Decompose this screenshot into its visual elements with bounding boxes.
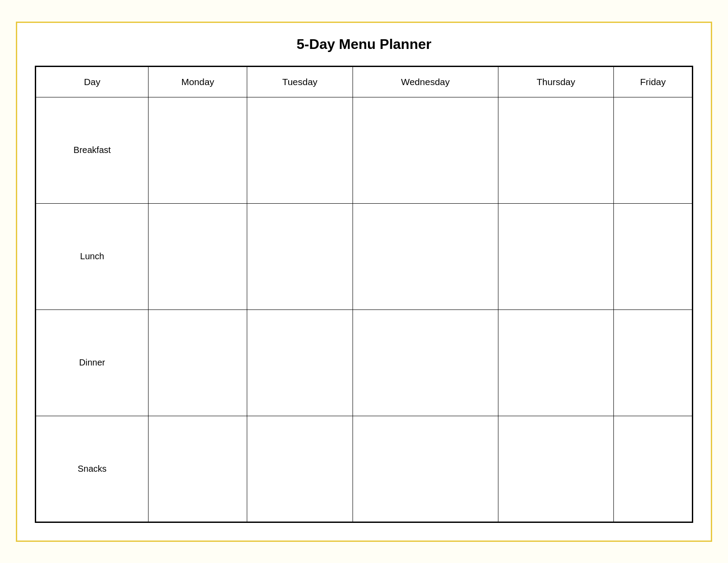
meal-cell[interactable] xyxy=(149,309,247,416)
header-cell-monday: Monday xyxy=(149,66,247,97)
header-cell-day: Day xyxy=(36,66,149,97)
table-row: Snacks xyxy=(36,416,693,522)
meal-label-lunch: Lunch xyxy=(36,203,149,309)
page-container: 5-Day Menu Planner DayMondayTuesdayWedne… xyxy=(16,22,712,542)
meal-cell[interactable] xyxy=(614,203,693,309)
table-row: Breakfast xyxy=(36,97,693,203)
meal-cell[interactable] xyxy=(247,309,353,416)
meal-cell[interactable] xyxy=(149,97,247,203)
meal-cell[interactable] xyxy=(353,416,498,522)
meal-cell[interactable] xyxy=(614,309,693,416)
meal-cell[interactable] xyxy=(247,97,353,203)
meal-cell[interactable] xyxy=(353,203,498,309)
header-cell-tuesday: Tuesday xyxy=(247,66,353,97)
meal-label-dinner: Dinner xyxy=(36,309,149,416)
meal-cell[interactable] xyxy=(247,203,353,309)
meal-cell[interactable] xyxy=(498,309,613,416)
header-cell-thursday: Thursday xyxy=(498,66,613,97)
page-title: 5-Day Menu Planner xyxy=(297,36,431,52)
table-row: Lunch xyxy=(36,203,693,309)
planner-table: DayMondayTuesdayWednesdayThursdayFriday … xyxy=(35,66,693,523)
meal-cell[interactable] xyxy=(353,309,498,416)
table-row: Dinner xyxy=(36,309,693,416)
meal-cell[interactable] xyxy=(247,416,353,522)
meal-label-snacks: Snacks xyxy=(36,416,149,522)
meal-cell[interactable] xyxy=(149,416,247,522)
table-body: BreakfastLunchDinnerSnacks xyxy=(36,97,693,522)
meal-cell[interactable] xyxy=(498,203,613,309)
meal-label-breakfast: Breakfast xyxy=(36,97,149,203)
header-cell-wednesday: Wednesday xyxy=(353,66,498,97)
header-row: DayMondayTuesdayWednesdayThursdayFriday xyxy=(36,66,693,97)
meal-cell[interactable] xyxy=(149,203,247,309)
meal-cell[interactable] xyxy=(614,97,693,203)
header-cell-friday: Friday xyxy=(614,66,693,97)
meal-cell[interactable] xyxy=(498,416,613,522)
meal-cell[interactable] xyxy=(498,97,613,203)
meal-cell[interactable] xyxy=(614,416,693,522)
meal-cell[interactable] xyxy=(353,97,498,203)
